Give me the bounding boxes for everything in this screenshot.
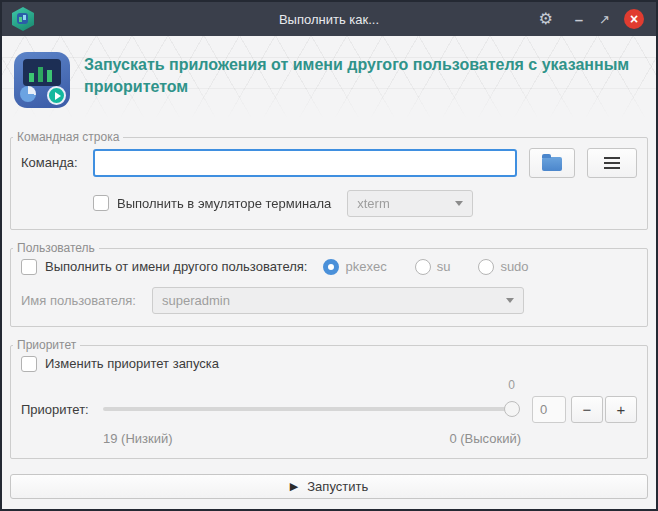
browse-button[interactable] <box>529 148 575 178</box>
scale-low-label: 19 (Низкий) <box>103 431 173 446</box>
checkbox-icon <box>93 195 109 211</box>
auth-method-radio-group: pkexec su sudo <box>323 259 528 275</box>
window-content: Запускать приложения от имени другого по… <box>2 36 656 509</box>
window-controls: ⚙ – ↗ × <box>538 9 656 29</box>
slider-handle[interactable] <box>504 401 520 417</box>
radio-icon <box>478 259 494 275</box>
play-badge-icon <box>47 86 66 105</box>
radio-pkexec[interactable]: pkexec <box>323 259 386 275</box>
terminal-emulator-value: xterm <box>357 196 390 211</box>
run-as-user-label: Выполнить от имени другого пользователя: <box>45 259 307 274</box>
radio-pkexec-label: pkexec <box>345 259 386 274</box>
terminal-row: Выполнить в эмуляторе терминала xterm <box>21 190 637 217</box>
priority-scale: 19 (Низкий) 0 (Высокий) <box>21 431 637 446</box>
username-label: Имя пользователя: <box>21 293 152 308</box>
radio-su-label: su <box>437 259 451 274</box>
chart-icon <box>23 59 61 86</box>
scale-high-label: 0 (Высокий) <box>449 431 521 446</box>
chevron-down-icon <box>506 298 514 303</box>
radio-sudo[interactable]: sudo <box>478 259 528 275</box>
priority-group: Приоритет Изменить приоритет запуска 0 П… <box>10 345 648 459</box>
radio-icon <box>415 259 431 275</box>
command-label: Команда: <box>21 155 93 170</box>
run-as-user-checkbox[interactable]: Выполнить от имени другого пользователя: <box>21 259 307 275</box>
app-logo <box>14 52 70 108</box>
priority-spin-value: 0 <box>532 396 566 423</box>
priority-slider-row: 0 Приоритет: 0 − + <box>21 396 637 423</box>
page-title: Запускать приложения от имени другого по… <box>84 54 636 99</box>
slider-groove <box>103 407 520 411</box>
menu-button[interactable] <box>587 148 637 178</box>
username-value: superadmin <box>162 293 230 308</box>
maximize-button[interactable]: ↗ <box>599 13 610 26</box>
change-priority-label: Изменить приоритет запуска <box>45 356 219 371</box>
titlebar[interactable]: Выполнить как... ⚙ – ↗ × <box>2 2 656 36</box>
priority-slider[interactable] <box>103 400 520 418</box>
chevron-down-icon <box>455 201 463 206</box>
close-button[interactable]: × <box>624 9 644 29</box>
checkbox-icon <box>21 356 37 372</box>
command-row: Команда: <box>21 148 637 178</box>
folder-icon <box>542 157 562 171</box>
terminal-checkbox[interactable]: Выполнить в эмуляторе терминала <box>93 195 331 211</box>
increment-button[interactable]: + <box>605 396 637 423</box>
username-row: Имя пользователя: superadmin <box>21 287 637 314</box>
minimize-button[interactable]: – <box>575 12 583 27</box>
run-button[interactable]: ▶ Запустить <box>10 474 648 499</box>
username-select[interactable]: superadmin <box>152 287 524 314</box>
settings-gear-icon[interactable]: ⚙ <box>538 11 552 27</box>
priority-group-title: Приоритет <box>13 338 80 352</box>
radio-su[interactable]: su <box>415 259 451 275</box>
run-as-row: Выполнить от имени другого пользователя:… <box>21 259 637 275</box>
slider-value-label: 0 <box>508 378 515 392</box>
run-button-label: Запустить <box>307 479 368 494</box>
play-icon: ▶ <box>290 481 298 492</box>
change-priority-checkbox[interactable]: Изменить приоритет запуска <box>21 356 637 372</box>
command-group-title: Командная строка <box>13 130 123 144</box>
terminal-emulator-select[interactable]: xterm <box>347 190 473 217</box>
priority-spin-text: 0 <box>540 402 547 417</box>
priority-label: Приоритет: <box>21 402 103 417</box>
app-window: Выполнить как... ⚙ – ↗ × Запускать прило… <box>0 0 658 511</box>
user-group-title: Пользователь <box>13 241 99 255</box>
radio-selected-icon <box>323 259 339 275</box>
checkbox-icon <box>21 259 37 275</box>
command-group: Командная строка Команда: Выполнить в эм… <box>10 137 648 230</box>
radio-sudo-label: sudo <box>500 259 528 274</box>
user-group: Пользователь Выполнить от имени другого … <box>10 248 648 327</box>
pie-icon <box>20 86 36 102</box>
decrement-button[interactable]: − <box>571 396 603 423</box>
terminal-checkbox-label: Выполнить в эмуляторе терминала <box>117 196 331 211</box>
hamburger-icon <box>604 162 620 164</box>
header: Запускать приложения от имени другого по… <box>2 36 656 119</box>
command-input[interactable] <box>93 149 517 177</box>
